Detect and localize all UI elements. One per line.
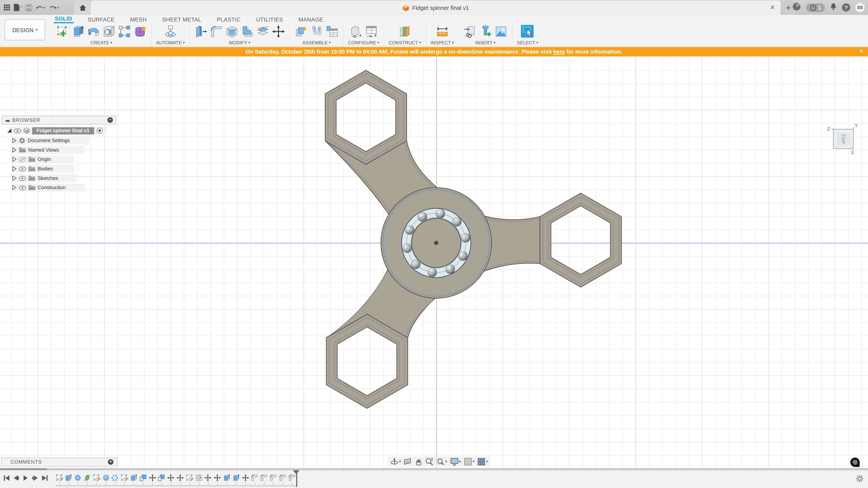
timeline-feature-extrude[interactable] — [130, 474, 137, 481]
press-pull-icon[interactable] — [194, 25, 208, 38]
chevron-down-icon[interactable]: ▾ — [472, 459, 474, 464]
timeline-feature-fillet[interactable] — [270, 474, 277, 481]
timeline-feature-sketch[interactable] — [93, 474, 100, 481]
window-zoom-icon[interactable]: ▾ — [436, 457, 447, 465]
group-label-automate[interactable]: AUTOMATE▾ — [156, 40, 185, 45]
user-avatar[interactable]: SS — [855, 3, 865, 12]
collapsed-triangle-icon[interactable] — [12, 147, 17, 153]
pattern-icon[interactable] — [118, 25, 131, 38]
save-icon[interactable] — [25, 4, 32, 11]
insert-fastener-icon[interactable] — [479, 25, 492, 38]
configuration-table-icon[interactable] — [365, 25, 378, 38]
automate-icon[interactable] — [164, 25, 177, 38]
activate-radio-icon[interactable] — [96, 127, 103, 134]
timeline-feature-circular-pattern[interactable] — [112, 474, 119, 481]
notifications-bell-icon[interactable] — [830, 2, 837, 12]
browser-header[interactable]: ◀◀ BROWSER − — [2, 116, 116, 125]
close-document-icon[interactable]: ✕ — [770, 3, 775, 11]
timeline-scrollbar-thumb[interactable] — [0, 468, 47, 470]
collapse-panel-icon[interactable]: ◀◀ — [5, 118, 9, 122]
eye-icon[interactable] — [19, 166, 26, 171]
root-component-label[interactable]: Fidget spinner final v1 — [32, 127, 94, 134]
timeline-feature-move[interactable] — [149, 474, 156, 481]
document-tab[interactable]: Fidget spinner final v1 ✕ — [91, 1, 781, 15]
redo-icon[interactable] — [49, 4, 59, 11]
timeline-feature-move[interactable] — [205, 474, 212, 481]
tab-utilities[interactable]: UTILITIES — [255, 15, 284, 23]
banner-link[interactable]: here — [553, 48, 565, 55]
tab-surface[interactable]: SURFACE — [87, 15, 116, 23]
eye-icon[interactable] — [14, 128, 21, 133]
browser-item-bodies[interactable]: Bodies — [12, 165, 74, 172]
extrude-icon[interactable] — [71, 25, 85, 38]
create-sketch-icon[interactable] — [56, 25, 69, 38]
canvas-image-icon[interactable] — [494, 25, 507, 38]
chevron-down-icon[interactable]: ▾ — [399, 459, 401, 464]
timeline-feature-sphere[interactable] — [102, 474, 109, 481]
browser-item-origin[interactable]: Origin — [12, 156, 74, 163]
help-chat-bubble[interactable] — [850, 458, 860, 467]
timeline-feature-torus[interactable] — [74, 474, 81, 481]
app-grid-icon[interactable] — [4, 4, 10, 10]
move-icon[interactable] — [272, 25, 285, 38]
display-settings-icon[interactable]: ▾ — [450, 457, 461, 465]
eye-hidden-icon[interactable] — [19, 157, 26, 162]
collapsed-triangle-icon[interactable] — [12, 157, 17, 162]
skip-to-start-button[interactable] — [3, 475, 10, 481]
timeline-settings-gear-icon[interactable] — [856, 475, 864, 485]
split-body-icon[interactable] — [256, 25, 270, 38]
grid-settings-icon[interactable]: ▾ — [464, 457, 474, 465]
comments-bar[interactable]: COMMENTS + — [1, 458, 117, 466]
timeline-feature-hole[interactable] — [195, 474, 202, 481]
browser-item-document-settings[interactable]: Document Settings — [12, 137, 90, 144]
bom-icon[interactable] — [325, 25, 339, 38]
combine-icon[interactable] — [241, 25, 254, 38]
viewport-canvas[interactable]: TOP Z Y X ◀◀ BROWSER − Fidget spinner — [0, 56, 868, 468]
collapsed-triangle-icon[interactable] — [12, 185, 17, 190]
timeline-feature-extrude[interactable] — [65, 474, 72, 481]
timeline-feature-move[interactable] — [167, 474, 175, 481]
timeline-feature-sketch[interactable] — [186, 474, 193, 481]
group-label-select[interactable]: SELECT▾ — [517, 40, 538, 45]
joint-icon[interactable] — [310, 25, 323, 38]
tab-manage[interactable]: MANAGE — [298, 15, 324, 23]
revolve-icon[interactable] — [87, 25, 100, 38]
timeline-feature-move[interactable] — [177, 474, 184, 481]
browser-root-row[interactable]: Fidget spinner final v1 — [7, 127, 107, 134]
job-status-badge[interactable]: 1 — [806, 3, 825, 12]
shell-icon[interactable] — [225, 25, 239, 38]
expanded-triangle-icon[interactable] — [7, 128, 11, 133]
file-menu-icon[interactable] — [13, 4, 22, 11]
construction-plane-icon[interactable] — [398, 25, 411, 38]
skip-to-end-button[interactable] — [41, 475, 48, 481]
timeline-feature-fillet[interactable] — [251, 474, 258, 481]
timeline-feature-revolve[interactable] — [84, 474, 91, 481]
step-back-button[interactable] — [13, 475, 19, 481]
zoom-icon[interactable] — [425, 457, 434, 465]
play-button[interactable] — [22, 475, 29, 481]
tab-mesh[interactable]: MESH — [129, 15, 148, 23]
timeline-feature-move[interactable] — [242, 474, 249, 481]
extensions-icon[interactable] — [792, 2, 801, 13]
new-component-icon[interactable] — [294, 25, 308, 38]
timeline-feature-fillet[interactable] — [260, 474, 267, 481]
timeline-feature-extrude[interactable] — [232, 474, 240, 481]
group-label-construct[interactable]: CONSTRUCT▾ — [389, 40, 421, 45]
fillet-icon[interactable] — [210, 25, 223, 38]
spinner-model[interactable] — [0, 56, 868, 468]
timeline-feature-fillet[interactable] — [279, 474, 286, 481]
viewcube[interactable]: TOP Z Y X — [828, 125, 861, 157]
orbit-icon[interactable]: ▾ — [390, 457, 401, 465]
tab-sheet-metal[interactable]: SHEET METAL — [161, 15, 203, 23]
timeline-scrollbar[interactable] — [0, 468, 868, 470]
tab-solid[interactable]: SOLID — [54, 14, 73, 23]
workspace-switcher[interactable]: DESIGN ▾ — [4, 19, 45, 40]
look-at-icon[interactable] — [404, 458, 412, 465]
group-label-assemble[interactable]: ASSEMBLE▾ — [302, 40, 331, 45]
group-label-insert[interactable]: INSERT▾ — [475, 40, 495, 45]
timeline-feature-move[interactable] — [214, 474, 221, 481]
group-label-modify[interactable]: MODIFY▾ — [229, 40, 250, 45]
group-label-create[interactable]: CREATE▾ — [91, 40, 112, 45]
browser-item-construction[interactable]: Construction — [12, 184, 85, 192]
measure-icon[interactable] — [436, 25, 449, 38]
